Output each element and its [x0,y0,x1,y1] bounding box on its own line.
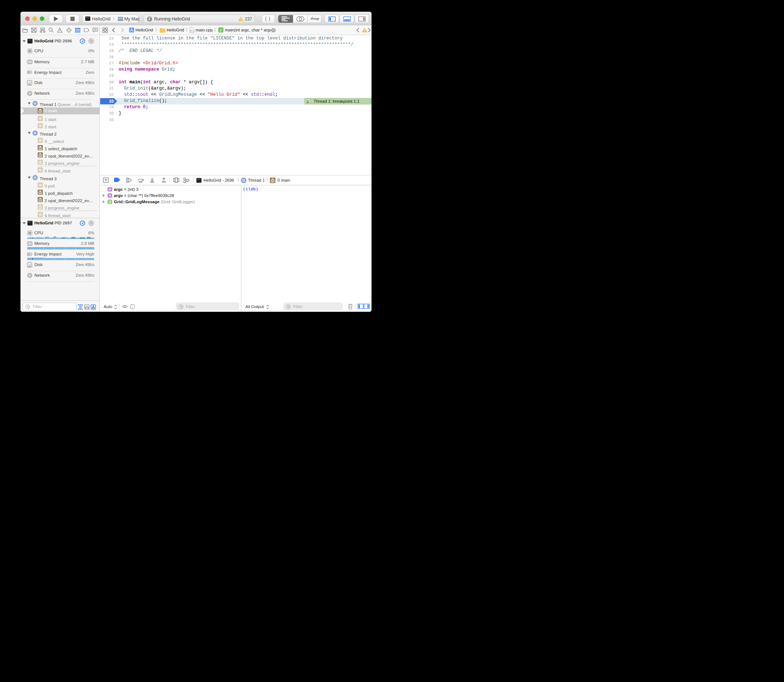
svg-text:C++: C++ [190,30,194,32]
svg-text:i: i [132,305,133,309]
